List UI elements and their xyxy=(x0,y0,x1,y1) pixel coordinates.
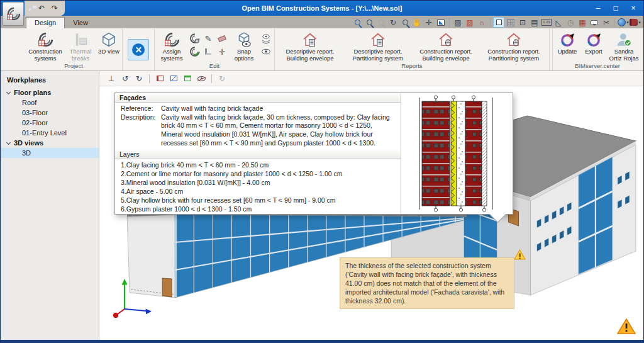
tree-node-3d-views[interactable]: 3D views xyxy=(1,138,99,148)
dimension-icon[interactable]: 1.23 xyxy=(541,17,552,28)
house-cursor-icon xyxy=(506,31,522,48)
tree-item-3d[interactable]: 3D xyxy=(1,148,99,158)
group-caption-project: Project xyxy=(27,62,120,70)
zoom-icon[interactable] xyxy=(399,17,411,28)
descriptive-report-partitioning-button[interactable]: Descriptive report.Partitioning system xyxy=(345,30,411,62)
orbit-object-icon[interactable]: ↺ xyxy=(119,73,131,84)
redraw-icon[interactable]: ↻ xyxy=(387,17,399,28)
update-button[interactable]: Update xyxy=(555,30,580,55)
snap-options-button[interactable]: Snap options xyxy=(230,30,258,62)
reference-value: Cavity wall with facing brick façade xyxy=(161,104,263,113)
ribbon-group-project: Construction systems Thermal breaks 3D v… xyxy=(2,28,123,70)
layer-item: 5.Clay hollow brick with four recesses s… xyxy=(121,196,396,205)
tree-node-floor-plans[interactable]: Floor plans xyxy=(1,87,99,98)
tree-item-03-floor[interactable]: 03-Floor xyxy=(1,108,99,118)
close-view-group xyxy=(123,28,155,70)
pencil-icon: ✎ xyxy=(205,34,212,43)
thermal-breaks-button[interactable]: Thermal breaks xyxy=(65,30,96,62)
layers-list: 1.Clay facing brick 40 mm < T < 60 mm - … xyxy=(115,159,401,215)
grid-icon[interactable] xyxy=(505,17,516,28)
wall-junction-button[interactable] xyxy=(202,46,214,57)
descriptive-report-envelope-button[interactable]: Descriptive report.Building envelope xyxy=(277,30,343,62)
hatch-pattern-red-icon[interactable]: ▨ xyxy=(464,17,475,28)
show-layers-button[interactable] xyxy=(260,33,272,44)
section-green-icon[interactable] xyxy=(182,73,193,84)
export-button[interactable]: Export xyxy=(581,30,606,55)
spiral-check-icon xyxy=(189,46,200,57)
chevron-down-icon xyxy=(6,140,11,144)
delete-button[interactable] xyxy=(216,33,228,44)
ribbon-group-edit: Assign systems ✎ ✛ Snap options xyxy=(155,28,275,70)
wall-section-panel xyxy=(401,93,513,214)
scissors-icon[interactable]: ✂ xyxy=(601,17,612,28)
fullscreen-icon[interactable] xyxy=(435,17,447,28)
calendar-grid-icon[interactable]: ▦ xyxy=(577,17,588,28)
toolbar-separator xyxy=(614,18,615,27)
undo-button[interactable]: ↶ xyxy=(38,4,45,12)
set-square-icon[interactable]: ◺ xyxy=(553,17,564,28)
reference-label: Reference: xyxy=(121,104,161,113)
orbit-scene-icon[interactable]: ↻ xyxy=(133,73,145,84)
section-red-icon[interactable] xyxy=(154,73,165,84)
group-caption-edit: Edit xyxy=(157,62,272,70)
zoom-window-icon[interactable] xyxy=(352,17,363,28)
construction-systems-button[interactable]: Construction systems xyxy=(27,30,64,62)
redo-button[interactable]: ↷ xyxy=(52,4,58,12)
snap-options-icon xyxy=(236,31,252,48)
3d-viewport[interactable]: Façades Reference: Cavity wall with faci… xyxy=(99,86,643,340)
check-assignment-button[interactable] xyxy=(188,46,201,57)
warning-triangle-icon[interactable] xyxy=(617,318,636,335)
pan-icon[interactable]: ✋ xyxy=(411,17,423,28)
hide-elements-icon[interactable] xyxy=(196,73,207,84)
ribbon-tab-row: Design View ↻ ✋ ✛ ▨ ▨ ∩ ⊡ ▤ 1.23 ◺ ◷ ▦ ✂ xyxy=(1,16,643,28)
spiral-gear-icon xyxy=(189,33,200,44)
view-toolbar: ⊥ ↺ ↻ ↻ xyxy=(99,71,643,86)
reference-row: Reference: Cavity wall with facing brick… xyxy=(121,104,396,113)
help-book-icon[interactable]: ▾ xyxy=(630,17,641,28)
tab-design[interactable]: Design xyxy=(26,17,65,28)
construction-report-partitioning-button[interactable]: Construction report.Partitioning system xyxy=(480,30,547,62)
tree-item-02-floor[interactable]: 02-Floor xyxy=(1,118,99,128)
construction-report-envelope-button[interactable]: Construction report.Building envelope xyxy=(413,30,479,62)
hatch-pattern-icon[interactable]: ▨ xyxy=(452,17,464,28)
zoom-extents-icon[interactable] xyxy=(364,17,375,28)
workplane-axes-icon[interactable]: ⊥ xyxy=(106,73,117,84)
move-points-button[interactable]: ✛ xyxy=(216,46,228,57)
user-account-button[interactable]: Sandra Ortiz Rojas xyxy=(608,30,640,62)
show-systems-button[interactable] xyxy=(260,46,272,57)
maximize-button[interactable]: □ xyxy=(607,2,625,14)
workplanes-header: Workplanes xyxy=(1,71,99,87)
close-view-button[interactable] xyxy=(128,39,149,60)
zoom-previous-icon[interactable] xyxy=(375,17,387,28)
edit-button[interactable]: ✎ xyxy=(202,33,214,44)
keyboard-entry-icon[interactable]: ▤ xyxy=(529,17,540,28)
tree-item-01-entry-level[interactable]: 01-Entry Level xyxy=(1,128,99,138)
close-button[interactable]: × xyxy=(625,2,642,14)
move-view-icon[interactable]: ✛ xyxy=(423,17,435,28)
tab-view[interactable]: View xyxy=(65,18,96,28)
update-sync-icon xyxy=(559,31,575,48)
app-menu-button[interactable] xyxy=(3,2,24,26)
titlebar: ↶ ↷ Open BIM Construction Systems - [Y:\… xyxy=(1,1,643,16)
construction-systems-icon xyxy=(37,31,53,48)
snap-node-icon[interactable]: ⊡ xyxy=(517,17,528,28)
comment-icon[interactable] xyxy=(589,17,600,28)
tree-item-roof[interactable]: Roof xyxy=(1,98,99,108)
group-caption-reports: Reports xyxy=(277,62,547,70)
copy-assignment-button[interactable] xyxy=(188,33,201,44)
app-window: ↶ ↷ Open BIM Construction Systems - [Y:\… xyxy=(0,0,644,343)
bimserver-globe-icon[interactable]: ▾ xyxy=(618,17,629,28)
close-circle-icon xyxy=(132,43,145,56)
minimize-button[interactable]: – xyxy=(589,2,607,14)
ortho-mode-icon[interactable] xyxy=(493,17,504,28)
assign-systems-icon xyxy=(164,31,180,48)
rotate-view-icon[interactable]: ↻ xyxy=(216,73,228,84)
layer-item: 4.Air space - 5.00 cm xyxy=(121,188,396,196)
assign-systems-button[interactable]: Assign systems xyxy=(157,30,187,62)
user-avatar-icon xyxy=(616,31,632,48)
magnet-snap-icon[interactable]: ∩ xyxy=(476,17,487,28)
section-blue-icon[interactable] xyxy=(168,73,179,84)
3d-view-button[interactable]: 3D view xyxy=(97,30,120,55)
eye-icon xyxy=(260,46,272,57)
clock-icon[interactable]: ◷ xyxy=(565,17,576,28)
